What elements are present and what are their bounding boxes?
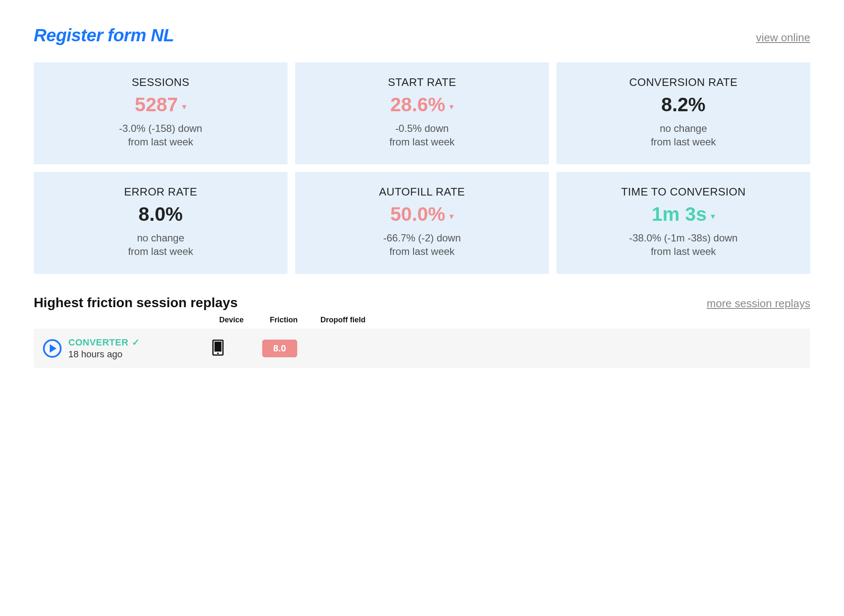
column-device: Device [219, 316, 270, 324]
svg-rect-1 [215, 341, 222, 351]
stat-label: AUTOFILL RATE [304, 185, 540, 198]
stat-label: START RATE [304, 76, 540, 89]
stat-delta: -0.5% down from last week [304, 122, 540, 149]
stat-label: SESSIONS [42, 76, 279, 89]
column-dropoff: Dropoff field [320, 316, 405, 324]
caret-down-icon: ▾ [449, 212, 454, 220]
stat-delta-line2: from last week [390, 136, 455, 147]
stat-label: ERROR RATE [42, 185, 279, 198]
stat-delta-line1: -3.0% (-158) down [119, 123, 202, 134]
stat-label: CONVERSION RATE [565, 76, 802, 89]
stat-delta-line1: no change [660, 123, 707, 134]
stat-delta-line1: -38.0% (-1m -38s) down [629, 232, 737, 244]
converter-badge: CONVERTER [68, 337, 129, 348]
caret-down-icon: ▾ [449, 102, 454, 111]
friction-score-badge: 8.0 [262, 340, 297, 357]
replay-row[interactable]: CONVERTER ✓ 18 hours ago 8.0 [34, 329, 810, 368]
stat-delta: -66.7% (-2) down from last week [304, 231, 540, 259]
stat-delta-line1: -66.7% (-2) down [383, 232, 461, 244]
replays-column-headers: Device Friction Dropoff field [34, 316, 810, 324]
stat-card-error-rate: ERROR RATE 8.0% no change from last week [34, 172, 288, 274]
page-title: Register form NL [34, 25, 174, 46]
stat-delta-line2: from last week [128, 246, 194, 257]
stat-delta-line2: from last week [390, 246, 455, 257]
stat-delta-line2: from last week [128, 136, 194, 147]
stat-delta-line2: from last week [651, 246, 716, 257]
stat-delta: no change from last week [565, 122, 802, 149]
stat-value: 1m 3s [652, 204, 707, 224]
stat-card-sessions: SESSIONS 5287 ▾ -3.0% (-158) down from l… [34, 62, 288, 164]
mobile-device-icon [212, 340, 262, 357]
stat-delta-line1: -0.5% down [395, 123, 449, 134]
replay-time-ago: 18 hours ago [68, 349, 212, 360]
view-online-link[interactable]: view online [756, 31, 810, 44]
stat-delta: -3.0% (-158) down from last week [42, 122, 279, 149]
replays-title: Highest friction session replays [34, 295, 238, 311]
check-icon: ✓ [132, 337, 140, 348]
stat-label: TIME TO CONVERSION [565, 185, 802, 198]
play-icon [50, 344, 56, 353]
stat-card-time-to-conversion: TIME TO CONVERSION 1m 3s ▾ -38.0% (-1m -… [556, 172, 810, 274]
stat-delta-line2: from last week [651, 136, 716, 147]
stat-value: 5287 [135, 95, 178, 114]
column-friction: Friction [270, 316, 320, 324]
stat-delta-line1: no change [137, 232, 184, 244]
stat-card-start-rate: START RATE 28.6% ▾ -0.5% down from last … [295, 62, 549, 164]
stat-card-conversion-rate: CONVERSION RATE 8.2% no change from last… [556, 62, 810, 164]
more-session-replays-link[interactable]: more session replays [707, 297, 810, 310]
stat-value: 8.2% [661, 95, 706, 114]
caret-down-icon: ▾ [182, 102, 186, 111]
stat-value: 50.0% [390, 204, 445, 224]
play-button[interactable] [43, 339, 62, 358]
stat-value: 8.0% [139, 204, 183, 224]
svg-point-2 [217, 352, 219, 354]
stat-card-autofill-rate: AUTOFILL RATE 50.0% ▾ -66.7% (-2) down f… [295, 172, 549, 274]
stat-delta: -38.0% (-1m -38s) down from last week [565, 231, 802, 259]
stat-delta: no change from last week [42, 231, 279, 259]
caret-down-icon: ▾ [711, 212, 715, 220]
stat-value: 28.6% [390, 95, 445, 114]
stats-grid: SESSIONS 5287 ▾ -3.0% (-158) down from l… [34, 62, 810, 274]
